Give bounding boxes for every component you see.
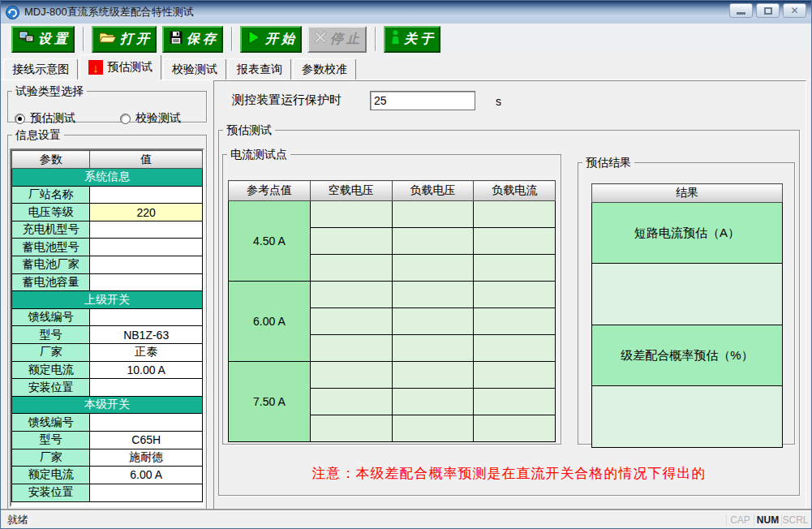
value-cell-upper-rated-current[interactable]: 10.00 A [90,361,203,379]
save-floppy-icon [170,31,183,47]
radio-estimate-test[interactable]: 预估测试 [15,111,75,126]
param-cell: 额定电流 [12,361,90,379]
minimize-icon [737,12,745,15]
measure-cell [474,389,556,415]
toolbar-separator [375,27,376,51]
info-table: 参数 值 系统信息 厂站名称 电压等级220 充电机型号 蓄电池型号 蓄电池厂家… [11,150,203,502]
ref-point-cell: 7.50 A [229,362,311,442]
current-points-table: 参考点值 空载电压 负载电压 负载电流 4.50 A 6.00 A 7.50 A [228,180,556,442]
measure-cell [392,362,474,389]
value-cell-station-name[interactable] [90,186,203,204]
minimize-button[interactable] [729,3,753,18]
open-button[interactable]: 打开 [92,26,157,53]
estimate-test-legend: 预估测试 [223,123,275,136]
result-label-coordination-probability: 级差配合概率预估（%） [592,325,783,386]
measure-cell [310,228,392,255]
warning-note: 注意：本级差配合概率预测是在直流开关合格的情况下得出的 [219,464,799,483]
column-header-result: 结果 [592,184,783,203]
status-indicators: CAP NUM SCRL [726,511,811,528]
measure-cell [392,308,474,335]
table-row: 7.50 A [229,362,556,389]
table-row: 厂站名称 [12,186,203,204]
table-row: 厂家正泰 [12,344,203,362]
tab-bar: 接线示意图 ↓ 预估测试 校验测试 报表查询 参数校准 [1,54,811,80]
app-icon [6,6,19,19]
value-cell-local-rated-current[interactable]: 6.00 A [90,467,203,484]
tab-parameter-calibration[interactable]: 参数校准 [293,58,356,80]
value-cell-local-feeder-no[interactable] [90,414,203,432]
param-cell: 型号 [12,326,90,344]
tab-label: 参数校准 [302,62,347,77]
radio-verify-test[interactable]: 校验测试 [120,111,181,126]
table-row: 额定电流6.00 A [12,467,203,484]
radio-selected-icon [15,114,25,124]
indicator-scrl: SCRL [781,514,809,526]
table-row [592,264,783,325]
about-button-label: 关于 [404,31,436,48]
about-button[interactable]: 关于 [384,26,440,53]
close-button[interactable]: ✕ [783,3,806,18]
result-table: 结果 短路电流预估（A） 级差配合概率预估（%） [591,183,783,448]
status-bar: 就绪 CAP NUM SCRL [1,510,811,528]
settings-computer-icon [19,31,34,47]
value-cell-charger-model[interactable] [90,221,203,239]
tab-report-query[interactable]: 报表查询 [228,58,291,80]
value-cell-battery-maker[interactable] [90,256,203,274]
test-type-legend: 试验类型选择 [12,84,87,97]
table-row: 安装位置 [12,484,203,501]
value-cell-local-model[interactable]: C65H [90,432,203,449]
section-header-local-switch: 本级开关 [12,396,203,414]
settings-button-label: 设置 [38,31,71,48]
param-cell: 厂站名称 [12,186,90,204]
param-cell: 蓄电池厂家 [12,256,90,274]
start-button[interactable]: 开始 [240,26,302,53]
table-row: 6.00 A [229,282,556,308]
param-cell: 蓄电池容量 [12,273,90,291]
radio-label: 校验测试 [135,111,181,126]
value-cell-local-maker[interactable]: 施耐德 [90,449,203,467]
section-header-upper-switch: 上级开关 [12,291,203,309]
column-header-load-voltage: 负载电压 [392,181,474,201]
measure-cell [310,255,392,282]
value-cell-local-install-pos[interactable] [90,484,203,501]
measure-cell [474,282,556,308]
value-cell-upper-feeder-no[interactable] [90,308,203,326]
param-cell: 型号 [12,432,90,449]
ref-point-cell: 4.50 A [229,201,311,282]
measure-cell [310,389,392,415]
tab-verify-test[interactable]: 校验测试 [163,58,226,80]
toolbar-separator [231,27,233,51]
tab-wiring-diagram[interactable]: 接线示意图 [3,58,78,80]
param-cell: 充电机型号 [12,221,90,239]
estimate-result-legend: 预估结果 [582,156,634,169]
tab-estimate-test[interactable]: ↓ 预估测试 [79,54,161,80]
table-row: 蓄电池容量 [12,273,203,291]
measure-cell [474,335,556,362]
param-cell: 馈线编号 [12,414,90,432]
value-cell-upper-model[interactable]: NB1Z-63 [90,326,203,344]
titlebar: MDJ-800直流系统级差配合特性测试 ✕ [1,1,811,24]
protect-time-input[interactable] [370,91,475,110]
stop-button[interactable]: 停止 [307,26,367,53]
value-cell-upper-maker[interactable]: 正泰 [90,344,203,362]
column-header-param: 参数 [12,151,90,169]
current-test-points-group: 电流测试点 参考点值 空载电压 负载电压 负载电流 4.50 A 6.00 A [222,148,561,445]
stop-x-icon [315,32,326,46]
save-button[interactable]: 保存 [162,26,223,53]
settings-button[interactable]: 设置 [11,26,75,53]
value-cell-battery-model[interactable] [90,239,203,256]
radio-unselected-icon [120,114,131,124]
toolbar-separator [83,27,84,51]
param-cell: 厂家 [12,344,90,362]
value-cell-voltage-level[interactable]: 220 [90,204,203,221]
value-cell-battery-capacity[interactable] [90,273,203,291]
about-info-icon [391,30,400,48]
tab-label: 接线示意图 [12,62,69,77]
app-window: MDJ-800直流系统级差配合特性测试 ✕ 设置 [0,0,812,529]
measure-cell [392,282,474,308]
value-cell-upper-install-pos[interactable] [90,379,203,397]
measure-cell [392,389,474,415]
tab-label: 报表查询 [237,62,282,77]
table-row: 电压等级220 [12,204,203,221]
maximize-button[interactable] [756,3,780,18]
